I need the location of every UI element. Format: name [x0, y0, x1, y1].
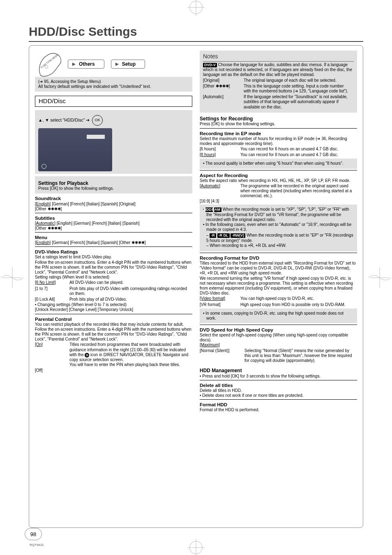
notes-original-v: The original language of each disc will … [244, 78, 354, 83]
format-hdd-body: Format of the HDD is performed. [200, 408, 357, 412]
notes-original-k: [Original] [203, 78, 244, 83]
menu-setup-button[interactable]: ▶Setup [111, 60, 145, 69]
footer-code: RQT9431 [30, 543, 44, 547]
dvd-ratings-setting8: Setting ratings (When level 8 is selecte… [35, 275, 192, 280]
aspect-auto-k: [Automatic] [200, 184, 220, 188]
tv-screen-preview [38, 128, 112, 171]
settings-playback-heading: Settings for Playback [38, 180, 189, 187]
recfmt-vr-k: [VR format] [200, 302, 240, 308]
dvdspeed-max: [Maximum] [200, 343, 220, 347]
rating-1to7-v: Proh bits play of DVD-Video with corresp… [69, 286, 192, 297]
hdd-mgmt-heading: HDD Management [200, 368, 357, 374]
rec-ep-6h-k: [6 hours] [200, 146, 240, 152]
parental-on-k: [On] [35, 342, 43, 347]
del-titles-heading: Delete all titles [200, 382, 357, 388]
notes-auto-k: [Automatic] [203, 94, 244, 110]
rec-ep-heading: Recording time in EP mode [200, 131, 357, 136]
subtitles-heading: Subtitles [35, 215, 192, 221]
rwv-badge: -RW(V) [231, 233, 245, 238]
page-number: 98 [25, 528, 42, 540]
notes-other-v: This is the language code setting. Input… [244, 83, 354, 94]
recfmt-heading: Recording Format for DVD [200, 255, 357, 261]
notes-heading: Notes [203, 53, 354, 60]
rec-ep-8h-v: You can record for 8 hours on an unused … [240, 152, 357, 158]
rec-ep-note: • The sound quality is better when using… [203, 161, 354, 166]
notes-other-k: [Other ✱✱✱✱] [203, 83, 244, 94]
rec-ep-body: Select the maximum number of hours for r… [200, 136, 357, 146]
notes-dvdv-body: Choose the language for audio, subtitles… [203, 62, 352, 77]
dvd-ratings-changing-opts: [Unlock Recorder] [Change Level] [Tempor… [35, 307, 192, 312]
rating-8nolimit-k: [8 No Limit] [35, 280, 56, 285]
aspect-note2: • In the following cases, even when set … [203, 222, 354, 232]
function-menu-remote-icon: FUNCTION MENU [35, 50, 64, 78]
parental-heading: Parental Control [35, 316, 192, 322]
page-title: HDD/Disc Settings [29, 25, 363, 39]
hdd-mgmt-body: • Press and hold [OK] for 3 seconds to s… [200, 374, 357, 379]
notes-auto-v: If the language selected for "Soundtrack… [244, 94, 354, 110]
r-badge: -R [210, 233, 216, 238]
settings-playback-sub: Press [OK] to show the following setting… [38, 186, 189, 191]
ok-button-icon[interactable]: OK [92, 115, 103, 126]
tv-return-indicator [42, 164, 47, 169]
rec-ep-6h-v: You can record for 6 hours on an unused … [240, 146, 357, 152]
aspect-auto-v: The programme will be recorded in the or… [240, 183, 357, 199]
rating-0lock-v: Proh bits play of all DVD-Video. [69, 297, 192, 302]
settings-recording-heading: Settings for Recording [200, 116, 357, 122]
dvd-ratings-body: Set a ratings level to limit DVD-Video p… [35, 255, 192, 275]
menu-others-label: Others [79, 61, 95, 67]
soundtrack-heading: Soundtrack [35, 196, 192, 201]
menu-heading: Menu [35, 235, 192, 240]
menu-others-button[interactable]: ▶Others [68, 60, 104, 69]
parental-off-k: [Off] [35, 368, 69, 373]
ram-badge: RAM [214, 207, 222, 212]
dvd-ratings-heading: DVD-Video Ratings [35, 249, 192, 255]
del-titles-body: Delete all titles in HDD. [200, 388, 357, 393]
del-titles-note: • Delete does not work if one or more ti… [200, 393, 357, 398]
dvdv-badge: DVD-V [203, 63, 217, 67]
dvdspeed-heading: DVD Speed for High Speed Copy [200, 327, 357, 333]
guidance-g-icon: G [85, 353, 89, 357]
rating-1to7-k: [1 to 7] [35, 286, 69, 297]
recfmt-video-v: You can high-speed copy to DVD-R, etc. [240, 296, 357, 302]
rec-ep-8h-k: [8 hours] [200, 152, 216, 157]
access-note: (➔ 95, Accessing the Setup Menu) [38, 79, 189, 84]
factory-note: All factory default settings are indicat… [38, 84, 189, 89]
rating-0lock-k: [0 Lock All] [35, 297, 69, 302]
rdl-badge: -R DL [217, 233, 230, 238]
hdd-disc-heading: HDD/Disc [35, 96, 192, 106]
menu-setup-label: Setup [122, 61, 136, 67]
aspect-extra: [16:9] [4:3] [200, 199, 357, 204]
aspect-note1: When the recording mode is set to "XP", … [206, 207, 349, 221]
format-hdd-heading: Format HDD [200, 402, 357, 408]
settings-recording-sub: Press [OK] to show the following setting… [200, 122, 357, 127]
dvdspeed-normal-v: Selecting "Normal (Silent)" means the no… [244, 348, 357, 364]
recfmt-note: • In some cases, copying to DVD-R, etc. … [203, 311, 354, 321]
recfmt-vr-v: High speed copy from HDD is possible onl… [240, 302, 357, 308]
aspect-dash2: When recording to a +R, +R DL and +RW. [206, 243, 354, 248]
select-hdd-disc-text: ▲, ▼ select "HDD/Disc" ➔ [38, 117, 90, 123]
recfmt-video-k: [Video format] [200, 296, 225, 301]
parental-body: You can restrict playback of the recorde… [35, 322, 192, 342]
aspect-body: Sets the aspect ratio when recording in … [200, 178, 357, 183]
rating-8nolimit-v: All DVD-Video can be played. [69, 280, 192, 286]
tv-selected-tab [87, 135, 105, 139]
dvdspeed-body: Select the speed of high-speed copying (… [200, 333, 357, 343]
dvd-ratings-changing: • Changing settings (When level 0 to 7 i… [35, 302, 192, 307]
dvdspeed-normal-k: [Normal (Silent)] [200, 348, 244, 364]
aspect-heading: Aspect for Recording [200, 173, 357, 178]
recfmt-body: Titles recorded to the HDD from external… [200, 261, 357, 296]
